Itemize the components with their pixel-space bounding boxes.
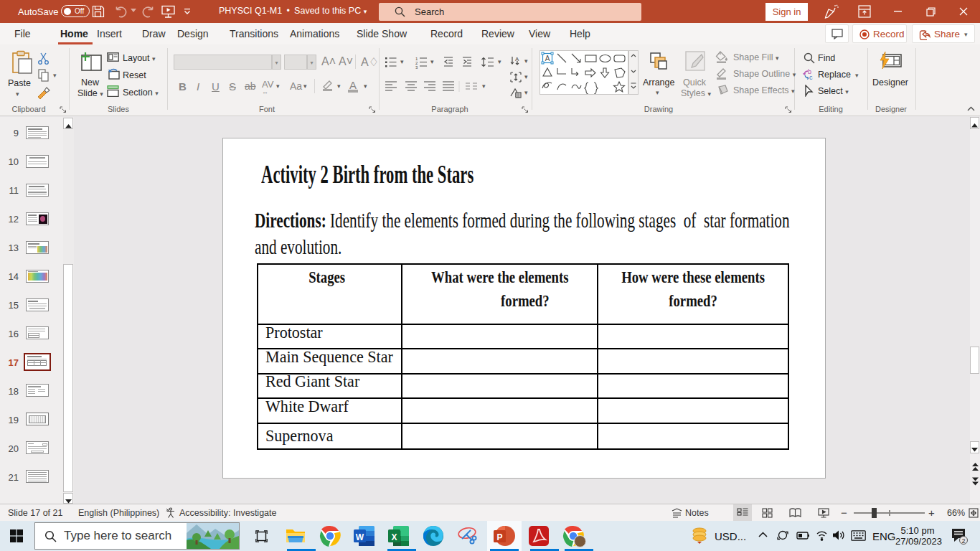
svg-text:2: 2 xyxy=(961,537,965,545)
svg-text:A: A xyxy=(545,55,550,62)
svg-text:W: W xyxy=(356,532,364,542)
svg-text:c: c xyxy=(809,74,813,81)
svg-text:3: 3 xyxy=(415,65,418,69)
svg-text:P: P xyxy=(496,532,502,542)
svg-text:X: X xyxy=(391,532,397,542)
